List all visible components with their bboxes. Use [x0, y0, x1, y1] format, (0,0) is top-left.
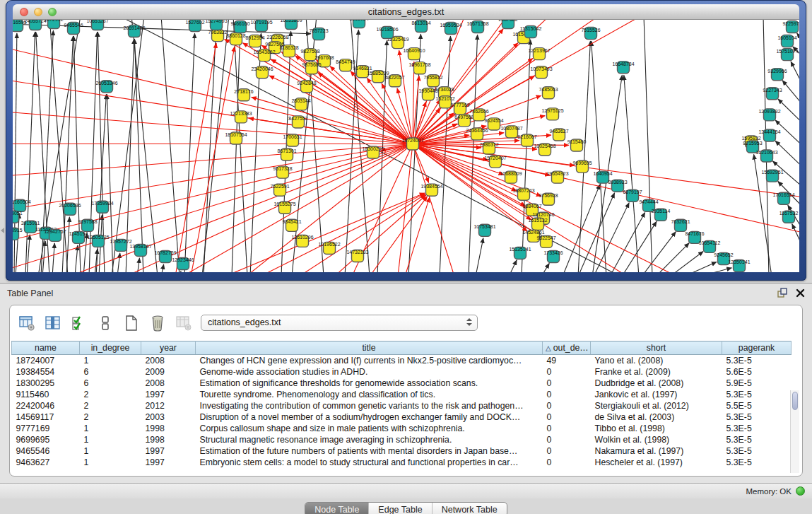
- table-header-row[interactable]: namein_degreeyeartitle△out_de…shortpager…: [12, 341, 792, 355]
- graph-node[interactable]: 17016514: [772, 192, 794, 204]
- zoom-window-button[interactable]: [48, 8, 57, 16]
- graph-node[interactable]: 16959534: [440, 23, 461, 35]
- graph-node[interactable]: 17957272: [110, 239, 131, 251]
- graph-node[interactable]: 16648784: [612, 62, 634, 74]
- graph-node[interactable]: 23420046: [251, 66, 273, 78]
- select-columns-icon[interactable]: [44, 314, 62, 332]
- graph-node[interactable]: 7857223: [309, 28, 328, 40]
- graph-node[interactable]: 12213967: [528, 48, 550, 60]
- graph-node[interactable]: 16210643: [755, 150, 777, 162]
- vertical-scrollbar[interactable]: [790, 390, 799, 473]
- graph-node[interactable]: 18107554: [225, 132, 247, 144]
- graph-node[interactable]: 12444154: [758, 129, 780, 141]
- new-table-icon[interactable]: [122, 314, 141, 332]
- graph-node[interactable]: 15274993: [205, 20, 227, 30]
- table-settings-icon[interactable]: [18, 314, 36, 332]
- graph-node[interactable]: 10653287: [86, 20, 108, 30]
- graph-node[interactable]: 18807243: [512, 188, 534, 200]
- graph-node[interactable]: 1605104: [777, 35, 796, 47]
- column-header-in_degree[interactable]: in_degree: [80, 341, 141, 355]
- graph-node[interactable]: 7522591: [270, 184, 289, 196]
- minimize-window-button[interactable]: [34, 8, 42, 16]
- graph-node[interactable]: 15135141: [509, 247, 531, 259]
- graph-node[interactable]: 20206536: [59, 203, 81, 215]
- graph-node[interactable]: 8186328: [279, 45, 298, 57]
- graph-node[interactable]: 9225971: [782, 21, 799, 33]
- graph-node[interactable]: 8613014: [411, 21, 430, 33]
- delete-icon[interactable]: [148, 314, 167, 332]
- graph-node[interactable]: 12975125: [541, 108, 563, 120]
- tab-node-table[interactable]: Node Table: [305, 503, 368, 514]
- graph-node[interactable]: 1733426: [543, 250, 563, 262]
- graph-node[interactable]: 12923446: [172, 257, 194, 269]
- close-window-button[interactable]: [20, 8, 28, 16]
- graph-node[interactable]: 16033809: [280, 20, 302, 30]
- graph-node[interactable]: 13958167: [129, 244, 151, 256]
- graph-node[interactable]: 9227343: [763, 88, 782, 100]
- table-row[interactable]: 1872400712008Changes of HCN gene express…: [12, 355, 792, 366]
- graph-node[interactable]: 10753481: [473, 224, 495, 236]
- graph-node[interactable]: 12213383: [230, 111, 252, 123]
- table-row[interactable]: 977716911998Corpus callosum shape and si…: [12, 423, 792, 434]
- table-row[interactable]: 969969511998Structural magnetic resonanc…: [12, 434, 792, 445]
- column-header-pagerank[interactable]: pagerank: [722, 341, 792, 355]
- tab-edge-table[interactable]: Edge Table: [368, 503, 431, 514]
- graph-node[interactable]: 8813054: [349, 20, 368, 28]
- graph-node[interactable]: 10025458: [534, 144, 555, 156]
- graph-node[interactable]: 10719195: [250, 20, 272, 32]
- graph-node[interactable]: 9777169: [450, 103, 469, 115]
- select-all-icon[interactable]: [70, 314, 88, 332]
- graph-node[interactable]: 18300295: [362, 146, 384, 158]
- graph-node[interactable]: 9345421: [282, 219, 301, 231]
- graph-node[interactable]: 2718176: [234, 89, 253, 101]
- tab-network-table[interactable]: Network Table: [432, 503, 507, 514]
- graph-node[interactable]: 6497568: [454, 115, 473, 127]
- citation-network-graph[interactable]: 1872400718300295193845548912954232260589…: [13, 20, 799, 272]
- window-titlebar[interactable]: citations_edges.txt: [13, 4, 799, 20]
- graph-node[interactable]: 9465546: [64, 23, 83, 35]
- graph-node[interactable]: 16961758: [408, 62, 430, 74]
- graph-node[interactable]: 7955812: [423, 75, 442, 87]
- table-row[interactable]: 946554611997Estimation of the future num…: [12, 445, 792, 457]
- column-header-title[interactable]: title: [196, 341, 543, 355]
- graph-node[interactable]: 6822057: [385, 75, 404, 87]
- table-row[interactable]: 911546021997Tourette syndrome. Phenomeno…: [12, 389, 792, 400]
- graph-node[interactable]: 1700631: [283, 134, 302, 146]
- graph-node[interactable]: 2935114: [652, 209, 671, 221]
- graph-node[interactable]: 10654112: [699, 240, 721, 252]
- graph-node[interactable]: 9699695: [572, 160, 592, 173]
- graph-node[interactable]: 7485063: [539, 87, 558, 99]
- rows-icon[interactable]: [96, 314, 114, 332]
- graph-node[interactable]: 9329966: [767, 69, 787, 81]
- table-selector-dropdown[interactable]: citations_edges.txt: [201, 315, 478, 331]
- column-header-year[interactable]: year: [141, 341, 196, 355]
- graph-node[interactable]: 1145194: [69, 231, 88, 243]
- graph-node[interactable]: 5053915: [13, 228, 23, 240]
- graph-node[interactable]: 15720407: [484, 156, 506, 168]
- graph-node[interactable]: 7515526: [581, 28, 600, 40]
- float-window-icon[interactable]: [777, 288, 787, 300]
- graph-node[interactable]: 15692951: [761, 170, 783, 182]
- graph-node[interactable]: 1872992: [44, 20, 63, 29]
- table-row[interactable]: 2242004622012Investigating the contribut…: [12, 400, 792, 411]
- close-icon[interactable]: [796, 288, 805, 300]
- graph-node[interactable]: 9463627: [549, 129, 568, 141]
- graph-node[interactable]: 12350141: [728, 259, 750, 271]
- graph-node[interactable]: 14732183: [346, 250, 368, 262]
- graph-node[interactable]: 15751074: [776, 49, 798, 61]
- graph-node[interactable]: 7986372: [479, 142, 498, 154]
- column-header-out_de[interactable]: △out_de…: [543, 341, 591, 355]
- table-row[interactable]: 946362711997Embryonic stem cells: a mode…: [12, 457, 792, 468]
- panel-collapse-arrow[interactable]: [1, 228, 4, 233]
- graph-node[interactable]: 7632621: [671, 219, 690, 231]
- column-header-name[interactable]: name: [12, 341, 80, 355]
- table-row[interactable]: 1830029562008Estimation of significance …: [12, 378, 792, 389]
- memory-status-indicator[interactable]: [796, 486, 805, 496]
- network-canvas[interactable]: 1872400718300295193845548912954232260589…: [13, 20, 799, 272]
- table-row[interactable]: 1938455462009Genome-wide association stu…: [12, 366, 792, 378]
- graph-node[interactable]: 12093832: [758, 109, 780, 121]
- graph-node[interactable]: 16155275: [273, 201, 295, 214]
- graph-node[interactable]: 8427552: [288, 116, 307, 128]
- column-header-short[interactable]: short: [591, 341, 722, 355]
- graph-node[interactable]: 16640910: [403, 48, 425, 60]
